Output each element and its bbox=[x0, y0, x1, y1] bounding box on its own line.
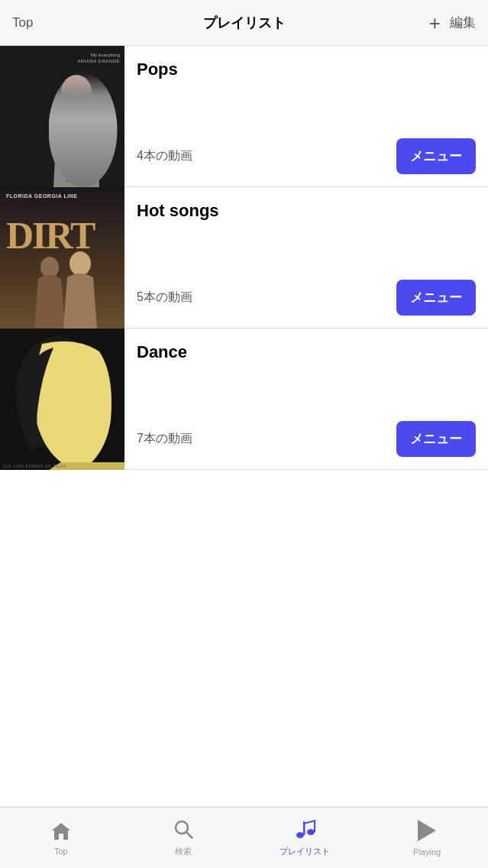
play-icon bbox=[418, 820, 436, 844]
app-header: Top プレイリスト + 編集 bbox=[0, 0, 488, 46]
playlist-info-hot: Hot songs 5本の動画 メニュー bbox=[124, 187, 488, 328]
svg-rect-2 bbox=[69, 153, 84, 159]
tab-bar: Top 検索 プレイリスト Playing bbox=[0, 807, 488, 868]
tab-item-top[interactable]: Top bbox=[0, 808, 122, 868]
playlist-list: My Everything ARIANA GRANDE Pops 4本の動画 bbox=[0, 46, 488, 470]
back-label: Top bbox=[12, 15, 33, 30]
playlist-thumbnail-hot: DIRT FLORIDA GEORGIA LINE bbox=[0, 187, 124, 329]
svg-marker-20 bbox=[418, 820, 436, 841]
music-icon bbox=[294, 818, 315, 843]
back-button[interactable]: Top bbox=[12, 15, 73, 31]
playlist-name: Pops bbox=[137, 60, 476, 79]
tab-label-top: Top bbox=[54, 847, 68, 856]
header-actions: + 編集 bbox=[415, 13, 476, 33]
empty-content-area bbox=[0, 470, 488, 807]
thumbnail-artist-text: My Everything ARIANA GRANDE bbox=[77, 52, 120, 65]
svg-point-16 bbox=[296, 832, 304, 838]
tab-label-playing: Playing bbox=[413, 847, 441, 857]
playlist-bottom: 5本の動画 メニュー bbox=[137, 280, 476, 316]
playlist-name: Dance bbox=[137, 342, 476, 362]
svg-text:FLORIDA GEORGIA LINE: FLORIDA GEORGIA LINE bbox=[6, 193, 77, 199]
tab-item-search[interactable]: 検索 bbox=[122, 808, 244, 868]
playlist-bottom: 4本の動画 メニュー bbox=[137, 138, 476, 174]
playlist-thumbnail-dance: SIA-1000 FORMS OF FEAR bbox=[0, 329, 124, 470]
playlist-info-dance: Dance 7本の動画 メニュー bbox=[124, 329, 488, 469]
svg-point-10 bbox=[69, 251, 91, 276]
svg-point-14 bbox=[176, 821, 188, 834]
list-item: My Everything ARIANA GRANDE Pops 4本の動画 bbox=[0, 46, 488, 187]
thumbnail-art-pops bbox=[0, 46, 124, 187]
playlist-thumbnail-pops: My Everything ARIANA GRANDE bbox=[0, 46, 124, 187]
svg-text:DIRT: DIRT bbox=[6, 214, 95, 257]
list-item: DIRT FLORIDA GEORGIA LINE Hot songs 5本の動… bbox=[0, 187, 488, 329]
edit-button[interactable]: 編集 bbox=[450, 14, 476, 31]
thumbnail-art-hot: DIRT FLORIDA GEORGIA LINE bbox=[0, 187, 124, 329]
tab-item-playlist[interactable]: プレイリスト bbox=[244, 808, 367, 868]
svg-rect-3 bbox=[66, 159, 69, 182]
tab-label-playlist: プレイリスト bbox=[280, 846, 330, 857]
svg-point-17 bbox=[307, 829, 315, 835]
playlist-name: Hot songs bbox=[137, 201, 476, 221]
thumbnail-art-dance: SIA-1000 FORMS OF FEAR bbox=[0, 329, 124, 470]
tab-item-playing[interactable]: Playing bbox=[366, 808, 488, 868]
menu-button-pops[interactable]: メニュー bbox=[396, 138, 476, 174]
menu-button-hot[interactable]: メニュー bbox=[396, 280, 476, 316]
tab-label-search: 検索 bbox=[175, 846, 192, 857]
home-icon bbox=[50, 821, 72, 844]
svg-rect-4 bbox=[86, 159, 89, 182]
playlist-bottom: 7本の動画 メニュー bbox=[137, 421, 476, 457]
menu-button-dance[interactable]: メニュー bbox=[396, 421, 476, 457]
svg-rect-0 bbox=[0, 46, 124, 187]
search-icon bbox=[173, 818, 194, 843]
playlist-count: 4本の動画 bbox=[137, 148, 192, 164]
playlist-info-pops: Pops 4本の動画 メニュー bbox=[124, 46, 488, 186]
list-item: SIA-1000 FORMS OF FEAR Dance 7本の動画 メニュー bbox=[0, 329, 488, 470]
page-title: プレイリスト bbox=[73, 14, 415, 32]
svg-line-15 bbox=[186, 832, 192, 838]
playlist-count: 7本の動画 bbox=[137, 431, 192, 447]
svg-point-1 bbox=[61, 75, 92, 108]
svg-point-9 bbox=[40, 257, 59, 278]
svg-text:SIA-1000 FORMS OF FEAR: SIA-1000 FORMS OF FEAR bbox=[3, 464, 66, 468]
playlist-count: 5本の動画 bbox=[137, 290, 192, 306]
add-button[interactable]: + bbox=[429, 13, 441, 33]
